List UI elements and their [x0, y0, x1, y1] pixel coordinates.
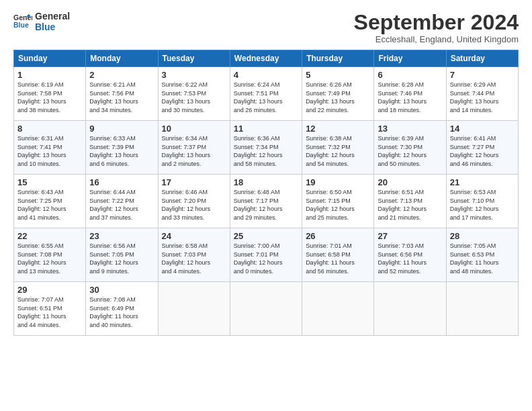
page: General Blue General Blue September 2024… [0, 0, 532, 411]
table-row: 28Sunrise: 7:05 AMSunset: 6:53 PMDayligh… [446, 228, 518, 282]
day-number: 10 [162, 124, 226, 134]
day-info: Sunrise: 6:58 AMSunset: 7:03 PMDaylight:… [162, 242, 226, 275]
day-number: 19 [306, 177, 370, 187]
logo-blue: Blue [35, 21, 70, 32]
table-row: 26Sunrise: 7:01 AMSunset: 6:58 PMDayligh… [302, 228, 374, 282]
table-row: 21Sunrise: 6:53 AMSunset: 7:10 PMDayligh… [446, 175, 518, 228]
day-info: Sunrise: 6:51 AMSunset: 7:13 PMDaylight:… [378, 188, 442, 222]
day-number: 8 [17, 124, 82, 134]
day-info: Sunrise: 7:07 AMSunset: 6:51 PMDaylight:… [17, 295, 82, 329]
table-row: 2Sunrise: 6:21 AMSunset: 7:56 PMDaylight… [86, 67, 158, 121]
day-number: 22 [17, 231, 82, 241]
svg-text:Blue: Blue [13, 21, 29, 29]
table-row: 6Sunrise: 6:28 AMSunset: 7:46 PMDaylight… [374, 67, 446, 121]
table-row: 3Sunrise: 6:22 AMSunset: 7:53 PMDaylight… [158, 67, 230, 121]
day-info: Sunrise: 6:55 AMSunset: 7:08 PMDaylight:… [17, 242, 82, 275]
col-tuesday: Tuesday [158, 50, 230, 67]
logo-general: General [35, 11, 70, 21]
table-row: 17Sunrise: 6:46 AMSunset: 7:20 PMDayligh… [158, 175, 230, 228]
day-number: 13 [378, 124, 442, 134]
col-thursday: Thursday [302, 50, 374, 67]
table-row: 20Sunrise: 6:51 AMSunset: 7:13 PMDayligh… [374, 175, 446, 228]
table-row: 5Sunrise: 6:26 AMSunset: 7:49 PMDaylight… [302, 67, 374, 121]
day-info: Sunrise: 6:19 AMSunset: 7:58 PMDaylight:… [17, 81, 82, 114]
table-row: 8Sunrise: 6:31 AMSunset: 7:41 PMDaylight… [14, 121, 86, 175]
day-info: Sunrise: 6:33 AMSunset: 7:39 PMDaylight:… [89, 134, 154, 168]
day-info: Sunrise: 6:46 AMSunset: 7:20 PMDaylight:… [162, 188, 226, 222]
month-title: September 2024 [354, 11, 519, 34]
day-number: 25 [234, 231, 298, 241]
table-row: 27Sunrise: 7:03 AMSunset: 6:56 PMDayligh… [374, 228, 446, 282]
table-row [446, 282, 518, 336]
day-info: Sunrise: 6:39 AMSunset: 7:30 PMDaylight:… [378, 134, 442, 168]
table-row: 1Sunrise: 6:19 AMSunset: 7:58 PMDaylight… [14, 67, 86, 121]
table-row: 4Sunrise: 6:24 AMSunset: 7:51 PMDaylight… [230, 67, 302, 121]
table-row: 15Sunrise: 6:43 AMSunset: 7:25 PMDayligh… [14, 175, 86, 228]
table-row [158, 282, 230, 336]
table-row: 23Sunrise: 6:56 AMSunset: 7:05 PMDayligh… [86, 228, 158, 282]
calendar-week-2: 8Sunrise: 6:31 AMSunset: 7:41 PMDaylight… [14, 121, 519, 175]
day-number: 5 [306, 70, 370, 80]
table-row: 10Sunrise: 6:34 AMSunset: 7:37 PMDayligh… [158, 121, 230, 175]
day-info: Sunrise: 6:43 AMSunset: 7:25 PMDaylight:… [17, 188, 82, 222]
table-row: 30Sunrise: 7:08 AMSunset: 6:49 PMDayligh… [86, 282, 158, 336]
table-row: 18Sunrise: 6:48 AMSunset: 7:17 PMDayligh… [230, 175, 302, 228]
day-info: Sunrise: 6:21 AMSunset: 7:56 PMDaylight:… [89, 81, 154, 114]
table-row: 25Sunrise: 7:00 AMSunset: 7:01 PMDayligh… [230, 228, 302, 282]
location: Eccleshall, England, United Kingdom [354, 34, 519, 44]
table-row: 24Sunrise: 6:58 AMSunset: 7:03 PMDayligh… [158, 228, 230, 282]
col-friday: Friday [374, 50, 446, 67]
table-row: 14Sunrise: 6:41 AMSunset: 7:27 PMDayligh… [446, 121, 518, 175]
day-number: 24 [162, 231, 226, 241]
day-number: 9 [89, 124, 154, 134]
table-row: 7Sunrise: 6:29 AMSunset: 7:44 PMDaylight… [446, 67, 518, 121]
table-row: 13Sunrise: 6:39 AMSunset: 7:30 PMDayligh… [374, 121, 446, 175]
day-info: Sunrise: 6:36 AMSunset: 7:34 PMDaylight:… [234, 134, 298, 168]
calendar-week-5: 29Sunrise: 7:07 AMSunset: 6:51 PMDayligh… [14, 282, 519, 336]
day-info: Sunrise: 6:53 AMSunset: 7:10 PMDaylight:… [450, 188, 515, 222]
calendar-week-3: 15Sunrise: 6:43 AMSunset: 7:25 PMDayligh… [14, 175, 519, 228]
day-number: 2 [89, 70, 154, 80]
day-number: 14 [450, 124, 515, 134]
table-row: 16Sunrise: 6:44 AMSunset: 7:22 PMDayligh… [86, 175, 158, 228]
day-info: Sunrise: 7:03 AMSunset: 6:56 PMDaylight:… [378, 242, 442, 275]
day-number: 15 [17, 177, 82, 187]
day-info: Sunrise: 7:08 AMSunset: 6:49 PMDaylight:… [89, 295, 154, 329]
calendar-week-4: 22Sunrise: 6:55 AMSunset: 7:08 PMDayligh… [14, 228, 519, 282]
day-info: Sunrise: 7:01 AMSunset: 6:58 PMDaylight:… [306, 242, 370, 275]
col-wednesday: Wednesday [230, 50, 302, 67]
day-info: Sunrise: 6:34 AMSunset: 7:37 PMDaylight:… [162, 134, 226, 168]
day-info: Sunrise: 6:38 AMSunset: 7:32 PMDaylight:… [306, 134, 370, 168]
table-row: 29Sunrise: 7:07 AMSunset: 6:51 PMDayligh… [14, 282, 86, 336]
day-info: Sunrise: 7:00 AMSunset: 7:01 PMDaylight:… [234, 242, 298, 275]
day-info: Sunrise: 7:05 AMSunset: 6:53 PMDaylight:… [450, 242, 515, 275]
logo-icon: General Blue [13, 12, 32, 31]
day-info: Sunrise: 6:24 AMSunset: 7:51 PMDaylight:… [234, 81, 298, 114]
day-info: Sunrise: 6:28 AMSunset: 7:46 PMDaylight:… [378, 81, 442, 114]
day-number: 11 [234, 124, 298, 134]
table-row: 12Sunrise: 6:38 AMSunset: 7:32 PMDayligh… [302, 121, 374, 175]
day-info: Sunrise: 6:41 AMSunset: 7:27 PMDaylight:… [450, 134, 515, 168]
day-number: 1 [17, 70, 82, 80]
table-row: 19Sunrise: 6:50 AMSunset: 7:15 PMDayligh… [302, 175, 374, 228]
day-number: 7 [450, 70, 515, 80]
logo: General Blue General Blue [13, 11, 70, 32]
day-info: Sunrise: 6:50 AMSunset: 7:15 PMDaylight:… [306, 188, 370, 222]
day-info: Sunrise: 6:31 AMSunset: 7:41 PMDaylight:… [17, 134, 82, 168]
title-area: September 2024 Eccleshall, England, Unit… [354, 11, 519, 44]
calendar-week-1: 1Sunrise: 6:19 AMSunset: 7:58 PMDaylight… [14, 67, 519, 121]
day-number: 28 [450, 231, 515, 241]
day-info: Sunrise: 6:48 AMSunset: 7:17 PMDaylight:… [234, 188, 298, 222]
header: General Blue General Blue September 2024… [13, 11, 519, 44]
day-info: Sunrise: 6:29 AMSunset: 7:44 PMDaylight:… [450, 81, 515, 114]
day-info: Sunrise: 6:22 AMSunset: 7:53 PMDaylight:… [162, 81, 226, 114]
header-row: Sunday Monday Tuesday Wednesday Thursday… [14, 50, 519, 67]
table-row: 9Sunrise: 6:33 AMSunset: 7:39 PMDaylight… [86, 121, 158, 175]
day-number: 27 [378, 231, 442, 241]
day-number: 3 [162, 70, 226, 80]
table-row [230, 282, 302, 336]
day-number: 4 [234, 70, 298, 80]
day-info: Sunrise: 6:44 AMSunset: 7:22 PMDaylight:… [89, 188, 154, 222]
day-number: 6 [378, 70, 442, 80]
table-row: 11Sunrise: 6:36 AMSunset: 7:34 PMDayligh… [230, 121, 302, 175]
